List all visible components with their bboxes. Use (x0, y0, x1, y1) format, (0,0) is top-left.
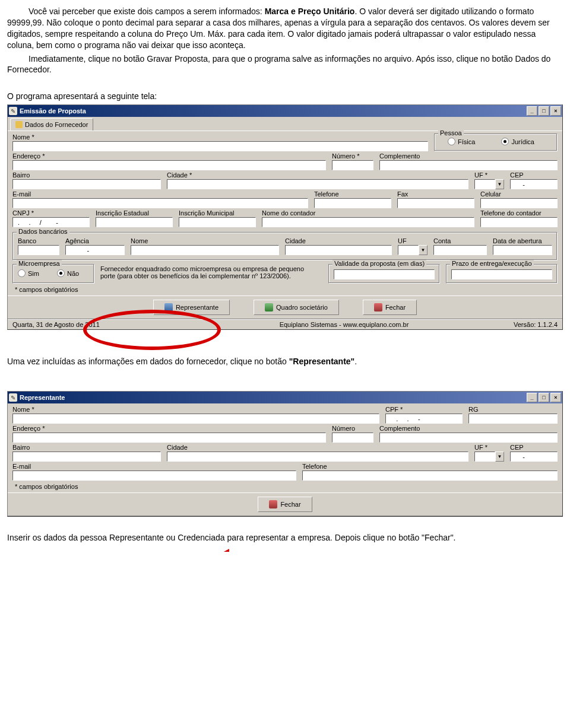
toolbar: Representante Quadro societário Fechar (8, 295, 562, 319)
group-micro-legend: Microempresa (17, 260, 62, 267)
close-window-button[interactable]: × (550, 106, 561, 116)
endereco-input[interactable] (12, 160, 326, 170)
paragraph-5: Inserir os dados da pessoa Representante… (7, 532, 563, 543)
bancocidade-input[interactable] (285, 245, 392, 255)
tab-dados-fornecedor[interactable]: Dados do Fornecedor (10, 118, 93, 131)
label-data-abertura: Data de abertura (493, 237, 552, 244)
minimize-button[interactable]: _ (527, 106, 537, 116)
cep-input[interactable] (510, 179, 558, 189)
label-cpf: CPF * (385, 406, 463, 413)
label-fax: Fax (397, 190, 474, 198)
cidade-input[interactable] (167, 179, 468, 189)
insc-est-input[interactable] (96, 217, 173, 227)
insc-mun-input[interactable] (179, 217, 256, 227)
radio-fisica[interactable]: Física (448, 138, 475, 145)
email-input[interactable] (12, 471, 296, 481)
email-input[interactable] (12, 198, 308, 208)
window-title: Emissão de Proposta (20, 107, 86, 115)
close-window-button[interactable]: × (550, 393, 561, 402)
close-icon (374, 303, 382, 311)
radio-juridica[interactable]: Jurídica (501, 138, 534, 145)
app-icon: ✎ (9, 107, 17, 115)
representante-label: Representante (176, 304, 218, 311)
nome-contador-input[interactable] (262, 217, 474, 227)
conta-input[interactable] (433, 245, 487, 255)
tel-contador-input[interactable] (480, 217, 558, 227)
cpf-input[interactable] (385, 414, 463, 424)
label-bairro: Bairro (12, 444, 161, 451)
complemento-input[interactable] (379, 433, 558, 443)
label-agencia: Agência (65, 237, 125, 244)
label-tel-contador: Telefone do contador (480, 209, 558, 217)
p4b: "Representante" (289, 357, 355, 366)
label-uf: UF * (474, 171, 504, 179)
paragraph-4: Uma vez incluídas as informações em dado… (7, 356, 563, 367)
telefone-input[interactable] (314, 198, 391, 208)
nome-input[interactable] (12, 414, 379, 424)
label-numero: Número * (332, 152, 373, 160)
cidade-input[interactable] (167, 452, 468, 462)
titlebar: ✎ Emissão de Proposta _ □ × (8, 105, 562, 117)
label-endereco: Endereço * (12, 152, 326, 160)
campos-obrigatorios-text: * campos obrigatórios (12, 482, 558, 490)
uf-combo[interactable]: ▼ (474, 452, 504, 462)
cnpj-input[interactable] (12, 217, 90, 227)
cep-input[interactable] (510, 452, 558, 462)
banco-input[interactable] (18, 245, 59, 255)
form-body: Nome * Pessoa Física Jurídica Endereço *… (8, 131, 562, 295)
fechar-button[interactable]: Fechar (363, 300, 417, 315)
status-version: Versão: 1.1.2.4 (463, 321, 558, 328)
label-cidade: Cidade * (167, 171, 468, 179)
endereco-input[interactable] (12, 433, 326, 443)
campos-obrigatorios-text: * campos obrigatórios (12, 285, 558, 293)
validade-input[interactable] (334, 269, 435, 279)
p1a: Você vai perceber que existe dois campos… (28, 7, 265, 16)
label-celular: Celular (480, 190, 558, 198)
label-cidade: Cidade (167, 444, 468, 451)
p1b: Marca e Preço Unitário (265, 7, 355, 16)
label-uf: UF * (474, 444, 504, 451)
numero-input[interactable] (332, 433, 373, 443)
quadro-societario-button[interactable]: Quadro societário (254, 300, 339, 315)
app-icon: ✎ (9, 393, 17, 402)
fechar-label: Fechar (280, 501, 300, 508)
radio-nao[interactable]: Não (57, 269, 79, 277)
tab-bar: Dados do Fornecedor (8, 117, 562, 131)
label-conta: Conta (433, 237, 487, 244)
tab-label: Dados do Fornecedor (25, 121, 88, 128)
agencia-input[interactable] (65, 245, 125, 255)
minimize-button[interactable]: _ (527, 393, 537, 402)
prazo-input[interactable] (451, 269, 552, 279)
representante-button[interactable]: Representante (153, 300, 230, 315)
group-pessoa-legend: Pessoa (438, 129, 464, 136)
bairro-input[interactable] (12, 452, 161, 462)
uf-combo[interactable]: ▼ (474, 179, 504, 189)
complemento-input[interactable] (379, 160, 558, 170)
maximize-button[interactable]: □ (539, 106, 549, 116)
group-bancarios-legend: Dados bancários (17, 228, 69, 235)
toolbar: Fechar (8, 492, 562, 516)
telefone-input[interactable] (302, 471, 558, 481)
paragraph-3: O programa apresentará a seguinte tela: (7, 91, 563, 102)
label-cep: CEP (510, 444, 558, 451)
form-body: Nome * CPF * RG Endereço * Número (8, 403, 562, 492)
quadro-label: Quadro societário (276, 304, 328, 311)
fechar-button[interactable]: Fechar (258, 497, 312, 512)
celular-input[interactable] (480, 198, 558, 208)
rg-input[interactable] (468, 414, 558, 424)
group-validade-legend: Validade da proposta (em dias) (332, 260, 426, 267)
chevron-down-icon: ▼ (419, 245, 428, 255)
maximize-button[interactable]: □ (539, 393, 549, 402)
label-insc-est: Inscrição Estadual (96, 209, 173, 217)
paragraph-1: Você vai perceber que existe dois campos… (7, 6, 563, 51)
data-abertura-input[interactable] (493, 245, 552, 255)
fax-input[interactable] (397, 198, 474, 208)
radio-sim[interactable]: Sim (18, 269, 39, 277)
label-bancouf: UF (398, 237, 428, 244)
banconome-input[interactable] (131, 245, 279, 255)
bairro-input[interactable] (12, 179, 161, 189)
numero-input[interactable] (332, 160, 373, 170)
nome-input[interactable] (12, 141, 428, 151)
bancouf-combo[interactable]: ▼ (398, 245, 428, 255)
label-email: E-mail (12, 463, 296, 470)
